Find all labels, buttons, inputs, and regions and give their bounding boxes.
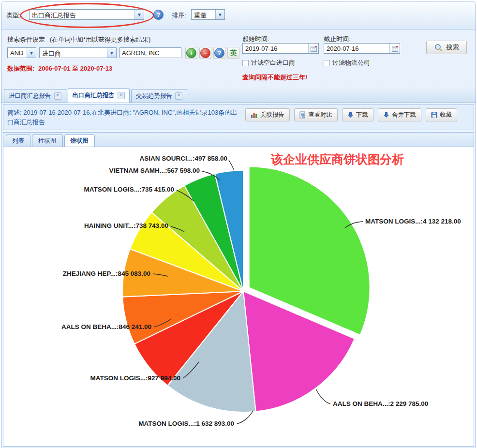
tab-label: 进口商汇总报告 (9, 92, 51, 100)
minus-icon: − (200, 48, 210, 58)
slice-label: AALS ON BEHA...:2 229 785.00 (333, 400, 428, 407)
close-icon[interactable]: ✕ (54, 92, 61, 100)
close-icon[interactable]: ✕ (175, 92, 182, 100)
chevron-down-icon[interactable]: ▼ (134, 10, 144, 19)
report-summary-text: 简述: 2019-07-16-2020-07-16,在北美进口商: "AGRON… (3, 105, 238, 130)
chevron-down-icon[interactable]: ▼ (27, 48, 36, 58)
help-icon[interactable]: ? (153, 10, 164, 20)
language-label: 英 (230, 49, 237, 58)
label-leader-line (237, 411, 253, 424)
start-date-field[interactable]: 2019-07-16 (242, 43, 319, 54)
slice-label: HAINING UNIT...:738 743.00 (84, 222, 168, 229)
end-date-value: 2020-07-16 (324, 44, 389, 53)
search-conditions-title: 搜索条件设定 (7, 36, 45, 43)
report-summary-panel: 简述: 2019-07-16-2020-07-16,在北美进口商: "AGRON… (3, 105, 474, 130)
filter-blank-importer-label: 过滤空白进口商 (251, 59, 295, 67)
keyword-input[interactable] (119, 47, 181, 58)
chevron-down-icon[interactable]: ▼ (107, 48, 116, 58)
pie-chart-area: MATSON LOGIS...:4 132 218.00AALS ON BEHA… (3, 147, 474, 446)
tab-importer-summary[interactable]: 进口商汇总报告 ✕ (4, 89, 66, 103)
query-interval-warning: 查询间隔不能超过三年! (242, 73, 307, 82)
data-range-label: 数据范围: (7, 65, 34, 72)
save-disk-icon (431, 112, 437, 118)
add-condition-button[interactable]: + (185, 47, 197, 59)
bool-operator-select[interactable]: AND ▼ (7, 47, 36, 58)
button-label: 查看对比 (308, 111, 332, 119)
search-conditions-hint: (在单词中加*用以获得更多搜索结果) (50, 36, 151, 43)
slice-label: AALS ON BEHA...:846 241.00 (61, 323, 151, 330)
sort-label: 排序: (172, 11, 186, 20)
chevron-down-icon[interactable]: ▼ (215, 10, 224, 19)
slice-label: ZHEJIANG HEP...:845 083.00 (63, 270, 150, 277)
document-icon (299, 111, 306, 119)
slice-label: MATSON LOGIS...:927 994.00 (90, 374, 180, 382)
report-type-value: 出口商汇总报告 (30, 10, 134, 19)
tab-label: 交易趋势报告 (136, 92, 172, 100)
calendar-icon[interactable] (389, 44, 400, 53)
type-label: 类型: (6, 11, 21, 20)
slice-label: VIETNAM SAMH...:567 598.00 (109, 167, 200, 174)
remove-condition-button[interactable]: − (199, 47, 211, 59)
sort-value: 重量 (192, 10, 215, 19)
start-date-value: 2019-07-16 (243, 44, 308, 53)
supplier-pie-chart: MATSON LOGIS...:4 132 218.00AALS ON BEHA… (3, 147, 474, 445)
chart-title: 该企业供应商饼状图分析 (270, 152, 404, 166)
chart-panel: 列表 柱状图 饼状图 MATSON LOGIS...:4 132 218.00A… (3, 132, 474, 447)
filter-logistics-checkbox[interactable]: 过滤物流公司 (324, 59, 370, 67)
slice-label: MATSON LOGIS...:1 632 893.00 (138, 420, 234, 427)
plus-icon: + (186, 48, 196, 58)
close-icon[interactable]: ✕ (118, 92, 125, 99)
data-range-value: 2006-07-01 至 2020-07-13 (38, 65, 112, 72)
sort-select[interactable]: 重量 ▼ (191, 9, 225, 20)
favorite-button[interactable]: 收藏 (426, 108, 457, 121)
filter-logistics-label: 过滤物流公司 (332, 59, 370, 67)
checkbox-icon[interactable] (324, 60, 330, 66)
slice-label: MATSON LOGIS...:4 132 218.00 (365, 218, 461, 225)
subtab-label: 列表 (12, 137, 24, 145)
report-type-select[interactable]: 出口商汇总报告 ▼ (29, 9, 144, 20)
search-help-button[interactable]: ? (213, 47, 225, 59)
view-compare-button[interactable]: 查看对比 (294, 108, 338, 121)
button-label: 下载 (356, 111, 368, 119)
search-button[interactable]: 搜索 (426, 41, 467, 54)
calendar-icon[interactable] (308, 44, 318, 53)
related-report-button[interactable]: 关联报告 (245, 108, 290, 121)
language-toggle-button[interactable]: 英 (227, 47, 239, 59)
report-actions: 关联报告 查看对比 下载 合并下载 收藏 (245, 108, 457, 121)
bar-chart-icon (251, 112, 258, 119)
download-arrow-icon (383, 112, 389, 118)
subtab-pie-chart[interactable]: 饼状图 (64, 134, 95, 147)
label-leader-line (229, 160, 234, 170)
label-leader-line (316, 389, 330, 404)
report-tabstrip: 进口商汇总报告 ✕ 出口商汇总报告 ✕ 交易趋势报告 ✕ (1, 87, 476, 103)
search-panel: 搜索条件设定 (在单词中加*用以获得更多搜索结果) AND ▼ 进口商 ▼ + … (1, 30, 476, 87)
help-icon: ? (214, 48, 224, 58)
search-field-value: 进口商 (40, 48, 107, 58)
subtab-list[interactable]: 列表 (6, 134, 30, 147)
search-icon (434, 44, 443, 52)
tab-trade-trend[interactable]: 交易趋势报告 ✕ (131, 89, 187, 103)
download-arrow-icon (347, 112, 354, 118)
end-time-label: 截止时间: (324, 35, 351, 44)
subtab-bar-chart[interactable]: 柱状图 (32, 134, 63, 147)
button-label: 收藏 (440, 111, 452, 119)
download-button[interactable]: 下载 (342, 108, 373, 121)
slice-label: ASIAN SOURCI...:497 858.00 (139, 155, 227, 162)
app-window: 类型: 出口商汇总报告 ▼ ? 排序: 重量 ▼ 搜索条件设定 (在单词中加*用… (1, 1, 476, 448)
subtab-label: 柱状图 (38, 137, 57, 145)
end-date-field[interactable]: 2020-07-16 (324, 43, 400, 54)
start-time-label: 起始时间: (242, 35, 269, 44)
checkbox-icon[interactable] (242, 60, 249, 66)
tab-label: 出口商汇总报告 (73, 91, 115, 100)
bool-operator-value: AND (8, 48, 27, 58)
chart-subtabs: 列表 柱状图 饼状图 (3, 133, 474, 147)
search-field-select[interactable]: 进口商 ▼ (39, 47, 117, 58)
subtab-label: 饼状图 (71, 137, 89, 145)
type-toolbar: 类型: 出口商汇总报告 ▼ ? 排序: 重量 ▼ (1, 1, 476, 30)
search-button-label: 搜索 (447, 43, 459, 52)
button-label: 关联报告 (260, 111, 284, 119)
tab-exporter-summary[interactable]: 出口商汇总报告 ✕ (68, 88, 130, 103)
filter-blank-importer-checkbox[interactable]: 过滤空白进口商 (242, 59, 295, 67)
slice-label: MATSON LOGIS...:735 415.00 (84, 186, 174, 193)
merge-download-button[interactable]: 合并下载 (378, 108, 421, 121)
